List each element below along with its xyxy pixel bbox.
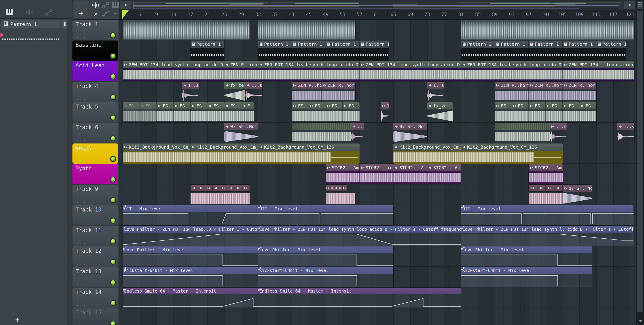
audio-clip[interactable]: ZEN_PDT_134_lead_synth_loop_acido_D xyxy=(123,61,224,81)
automation-clip[interactable]: Kickstart-64bit - Mix level xyxy=(461,267,592,287)
track-options-dots[interactable]: ... xyxy=(76,95,86,101)
pattern-clip[interactable]: Pattern 1 xyxy=(292,41,326,61)
clip-header[interactable]: FS..y xyxy=(123,102,140,109)
track-options-dots[interactable]: ... xyxy=(76,157,86,163)
audio-clip[interactable]: ZEN_R..horia xyxy=(528,82,562,102)
track-options-dots[interactable]: ... xyxy=(76,198,86,204)
clip-header[interactable]: ZEN_R..horia xyxy=(292,82,321,89)
clip-header[interactable]: OTT - Mix level xyxy=(123,205,258,212)
clip-header[interactable]: FS..y xyxy=(512,102,529,109)
audio-clip[interactable]: FS..y xyxy=(512,102,529,122)
automation-clip[interactable]: OTT - Mix level xyxy=(258,205,393,225)
track-enable-led[interactable] xyxy=(110,74,116,80)
audio-clip[interactable] xyxy=(528,185,537,191)
playlist-lane[interactable] xyxy=(119,308,636,325)
pattern-clip[interactable]: Pattern 1 xyxy=(596,41,626,61)
clip-header[interactable]: Love Philter - ZEN_PDT_134_lead..D - Fil… xyxy=(123,226,258,233)
clip-header[interactable]: 1..se xyxy=(245,82,262,89)
audio-clip[interactable]: FS..y xyxy=(140,102,157,122)
track-header[interactable]: Synth... xyxy=(72,164,118,184)
track-options-dots[interactable]: ... xyxy=(76,116,86,122)
clip-header[interactable]: fx_ze..ing909 xyxy=(427,102,452,109)
clip-header[interactable]: Pattern 1 xyxy=(528,41,562,48)
clip-header[interactable]: 1..se xyxy=(182,82,199,89)
track-enable-led[interactable] xyxy=(110,218,116,224)
track-header[interactable]: Track 11... xyxy=(72,226,118,246)
track-options-dots[interactable]: ... xyxy=(76,178,86,183)
audio-clip[interactable] xyxy=(338,185,342,191)
clip-header[interactable]: Kickstart-64bit - Mix level xyxy=(258,267,393,274)
audio-clip[interactable]: FS..y xyxy=(309,102,326,122)
track-enable-led[interactable] xyxy=(110,33,116,38)
clip-header[interactable]: FS..y xyxy=(580,102,596,109)
audio-clip[interactable]: 07_SF..Noise xyxy=(562,185,592,205)
clip-header[interactable]: ZEN_R..horia xyxy=(495,82,528,89)
automation-curve[interactable] xyxy=(123,274,258,287)
clip-header[interactable]: FS..y xyxy=(562,102,580,109)
audio-clip[interactable]: ZEN_R..horia xyxy=(495,82,528,102)
automation-curve[interactable] xyxy=(123,212,258,225)
audio-clip[interactable]: FS..y xyxy=(123,102,140,122)
audio-clip[interactable] xyxy=(546,185,554,191)
audio-clip[interactable]: ZEN_P..ido_D xyxy=(224,61,258,81)
panel-resize-gutter[interactable] xyxy=(67,20,72,325)
track-header[interactable]: Track 10... xyxy=(72,205,118,225)
audio-clip[interactable]: STCR2.._Amin xyxy=(427,164,461,184)
automation-curve[interactable] xyxy=(461,274,592,287)
audio-clip[interactable]: 1..se xyxy=(182,82,199,102)
clip-header[interactable]: ZEN_P..ido_D xyxy=(224,61,258,68)
clip-header[interactable]: FS..y xyxy=(140,102,157,109)
audio-clip[interactable] xyxy=(258,20,355,40)
pattern-clip[interactable]: Pattern 1 xyxy=(258,41,292,61)
automation-clip[interactable]: Love Philter - Mix level xyxy=(258,246,393,267)
pattern-clip[interactable]: Pattern 1 xyxy=(562,41,596,61)
automation-clip[interactable]: Endless Smile 64 - Master - Intensit xyxy=(123,288,258,308)
clip-header[interactable]: Kit2_Background_Vox_Cm_ xyxy=(123,143,190,151)
automation-clip[interactable]: OTT - Mix level xyxy=(461,205,634,225)
track-header[interactable]: Track 14... xyxy=(72,288,118,308)
scroll-left-button[interactable]: < xyxy=(120,1,132,9)
audio-clip[interactable]: FS..y xyxy=(224,102,241,122)
audio-clip[interactable] xyxy=(213,185,220,191)
playlist-overview-scrollbar[interactable]: < > xyxy=(119,0,636,10)
timeline-ruler[interactable]: 5913172125293337414549535761656973778185… xyxy=(119,10,636,20)
audio-clip[interactable] xyxy=(334,185,338,191)
automation-link-icon[interactable] xyxy=(44,9,54,16)
clip-header[interactable]: Pattern 1 xyxy=(258,41,292,48)
clip-header[interactable]: Pattern 1 xyxy=(292,41,326,48)
track-header[interactable]: Track 6... xyxy=(72,123,118,143)
add-pattern-button[interactable]: + xyxy=(13,315,22,324)
automation-curve[interactable] xyxy=(461,212,634,225)
clip-header[interactable]: ZEN_R..horia xyxy=(528,82,562,89)
cut-x-icon[interactable]: ✕ xyxy=(91,10,100,18)
audio-clip[interactable] xyxy=(190,192,250,205)
clip-header[interactable]: Kickstart-64bit - Mix level xyxy=(123,267,258,274)
track-enable-led[interactable] xyxy=(110,115,116,121)
audio-clip[interactable]: Kit2_Background_Vox_Cm_ xyxy=(393,143,461,164)
pattern-clip[interactable]: Pattern 1 xyxy=(461,41,495,61)
track-header[interactable]: Track 12... xyxy=(72,246,118,267)
clip-header[interactable]: Pattern 1 xyxy=(190,41,224,48)
audio-clip[interactable] xyxy=(205,185,213,191)
clip-header[interactable]: ZEN_PDT_134_lead_synth_loop_acido_D xyxy=(461,61,562,68)
clip-header[interactable]: FS..y xyxy=(309,102,326,109)
audio-clip[interactable]: FS..y xyxy=(580,102,596,122)
automation-clip[interactable]: Love Philter - Mix level xyxy=(461,246,592,267)
audio-clip[interactable] xyxy=(220,185,228,191)
track-options-dots[interactable]: ... xyxy=(76,239,86,245)
clip-header[interactable]: STCR2.._Amin xyxy=(393,164,427,171)
clip-header[interactable]: ZEN_PDT_134_lead_synth_loop_acido_D xyxy=(123,61,224,68)
automation-curve[interactable] xyxy=(123,294,258,307)
track-enable-led[interactable] xyxy=(110,259,116,265)
clip-header[interactable]: Pattern 1 xyxy=(326,41,360,48)
clip-header[interactable]: F.. xyxy=(241,102,254,109)
track-enable-led[interactable] xyxy=(110,53,116,59)
audio-clip[interactable] xyxy=(537,185,546,191)
audio-clip[interactable] xyxy=(495,123,550,143)
audio-clip[interactable] xyxy=(242,185,250,191)
clip-header[interactable]: FS..y xyxy=(326,102,343,109)
audio-clip[interactable]: fx_ze..ing909 xyxy=(427,102,452,122)
track-header[interactable]: Track 13... xyxy=(72,267,118,287)
audio-clip[interactable]: FS..y xyxy=(326,102,343,122)
audio-clip[interactable] xyxy=(235,185,242,191)
